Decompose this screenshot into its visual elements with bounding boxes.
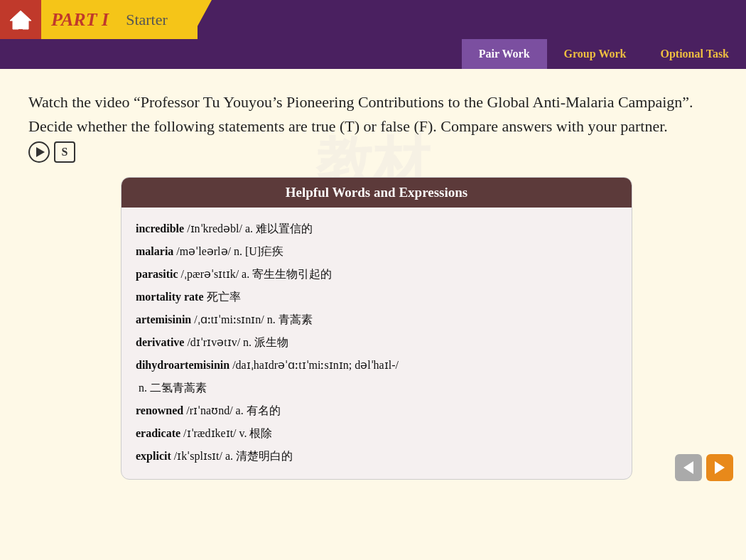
top-header: PART I Starter — [0, 0, 746, 39]
next-button[interactable] — [706, 454, 733, 481]
word-entry-dihydro-pos: n. 二氢青蒿素 — [136, 377, 617, 399]
word-entry-eradicate: eradicate /ɪˈrædɪkeɪt/ v. 根除 — [136, 422, 617, 445]
word-entry-dihydro: dihydroartemisinin /daɪˌhaɪdrəˈɑːtɪˈmiːs… — [136, 354, 617, 377]
main-content: 教材 Watch the video “Professor Tu Youyou’… — [0, 69, 746, 494]
helpful-words-box: Helpful Words and Expressions incredible… — [121, 177, 632, 480]
word-entry-malaria: malaria /məˈleərlə/ n. [U]疟疾 — [136, 240, 617, 263]
word-entry-explicit: explicit /ɪkˈsplɪsɪt/ a. 清楚明白的 — [136, 445, 617, 468]
play-icon — [36, 147, 45, 157]
play-button[interactable] — [28, 141, 50, 163]
starter-label: Starter — [117, 11, 176, 29]
helpful-words-body: incredible /ɪnˈkredəbl/ a. 难以置信的 malaria… — [121, 208, 632, 479]
word-entry-artemisinin: artemisinin /ˌɑːtɪˈmiːsɪnɪn/ n. 青蒿素 — [136, 308, 617, 331]
header-purple-section — [198, 0, 746, 39]
helpful-words-title: Helpful Words and Expressions — [121, 178, 632, 208]
tab-group-work[interactable]: Group Work — [547, 39, 644, 69]
tab-pair-work[interactable]: Pair Work — [462, 39, 547, 69]
word-entry-derivative: derivative /dɪˈrɪvətɪv/ n. 派生物 — [136, 331, 617, 354]
word-entry-renowned: renowned /rɪˈnaʊnd/ a. 有名的 — [136, 399, 617, 422]
prev-arrow-icon — [683, 461, 693, 474]
next-arrow-icon — [715, 461, 725, 474]
home-button[interactable] — [0, 0, 41, 39]
header-yellow-section: PART I Starter — [0, 0, 198, 39]
s-icon[interactable]: S — [54, 141, 75, 163]
word-entry-incredible: incredible /ɪnˈkredəbl/ a. 难以置信的 — [136, 217, 617, 240]
word-entry-parasitic: parasitic /ˌpærəˈsɪtɪk/ a. 寄生生物引起的 — [136, 263, 617, 286]
tab-optional-task[interactable]: Optional Task — [644, 39, 747, 69]
prev-button[interactable] — [675, 454, 702, 481]
bottom-nav — [675, 454, 733, 481]
word-entry-mortality: mortality rate 死亡率 — [136, 286, 617, 308]
instruction-text: Watch the video “Professor Tu Youyou’s P… — [28, 90, 710, 163]
tabs-bar: Pair Work Group Work Optional Task — [0, 39, 746, 69]
icon-row: S — [28, 141, 75, 163]
part-label: PART I — [41, 9, 117, 31]
svg-rect-1 — [18, 23, 23, 29]
home-icon — [9, 8, 33, 32]
